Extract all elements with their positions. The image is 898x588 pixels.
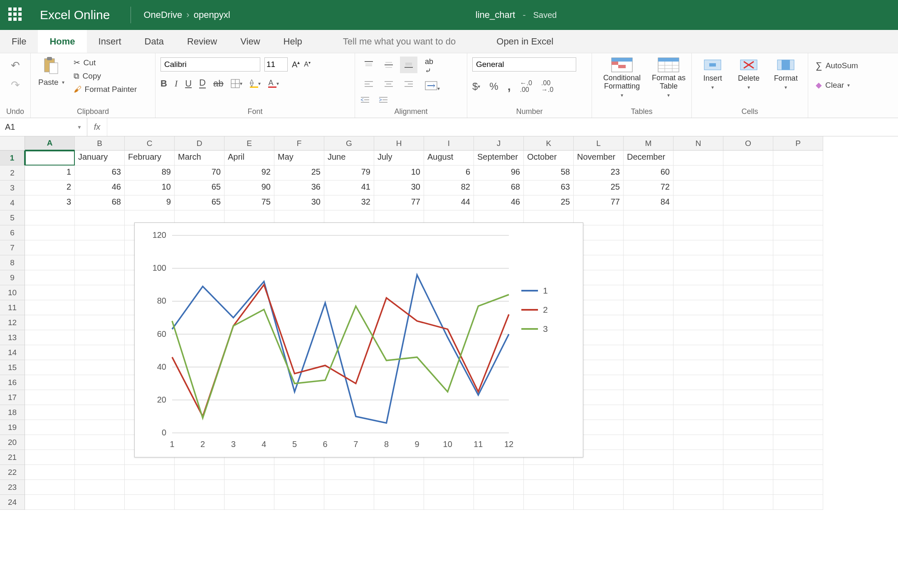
cell[interactable] xyxy=(25,450,75,465)
cell[interactable] xyxy=(773,375,823,390)
col-header-E[interactable]: E xyxy=(224,136,274,151)
cell[interactable] xyxy=(674,255,723,270)
row-header-21[interactable]: 21 xyxy=(0,450,25,465)
cell[interactable] xyxy=(723,420,773,435)
cell[interactable]: 32 xyxy=(324,195,374,210)
cell[interactable]: 75 xyxy=(224,195,274,210)
align-top-icon[interactable] xyxy=(360,57,377,73)
cell[interactable] xyxy=(75,420,125,435)
row-header-12[interactable]: 12 xyxy=(0,315,25,330)
cell[interactable] xyxy=(773,465,823,480)
cell[interactable] xyxy=(75,300,125,315)
merge-button[interactable]: ▾ xyxy=(425,81,440,92)
cell[interactable]: 44 xyxy=(424,195,474,210)
cell[interactable]: 89 xyxy=(125,166,175,180)
cell[interactable] xyxy=(75,435,125,450)
cell[interactable]: 63 xyxy=(75,166,125,180)
menu-data[interactable]: Data xyxy=(133,30,175,53)
cell[interactable] xyxy=(25,405,75,420)
cell[interactable]: June xyxy=(324,151,374,166)
cell[interactable] xyxy=(25,435,75,450)
cell[interactable] xyxy=(773,210,823,225)
format-painter-button[interactable]: 🖌Format Painter xyxy=(71,84,140,95)
cell[interactable] xyxy=(574,465,624,480)
cell[interactable] xyxy=(674,375,723,390)
cell[interactable] xyxy=(723,315,773,330)
breadcrumb-root[interactable]: OneDrive xyxy=(143,10,182,20)
cell[interactable] xyxy=(674,345,723,360)
row-header-8[interactable]: 8 xyxy=(0,255,25,270)
cell[interactable] xyxy=(674,225,723,240)
row-header-1[interactable]: 1 xyxy=(0,151,25,166)
cell[interactable]: 10 xyxy=(374,166,424,180)
cell[interactable]: 2 xyxy=(25,180,75,195)
cell[interactable] xyxy=(25,345,75,360)
cell[interactable] xyxy=(25,240,75,255)
cell[interactable] xyxy=(274,465,324,480)
cell[interactable] xyxy=(624,300,674,315)
cell[interactable] xyxy=(324,480,374,495)
cell[interactable] xyxy=(474,465,524,480)
row-headers[interactable]: 123456789101112131415161718192021222324 xyxy=(0,151,25,510)
cell[interactable]: 65 xyxy=(175,195,224,210)
increase-decimal-icon[interactable]: ←.0.00 xyxy=(520,80,532,93)
cell[interactable]: 3 xyxy=(25,195,75,210)
cell[interactable] xyxy=(773,345,823,360)
cell[interactable] xyxy=(374,465,424,480)
cell[interactable] xyxy=(674,465,723,480)
chevron-down-icon[interactable]: ▼ xyxy=(77,124,82,130)
col-header-M[interactable]: M xyxy=(624,136,674,151)
cell[interactable]: 68 xyxy=(474,180,524,195)
cell[interactable] xyxy=(723,495,773,510)
breadcrumb-leaf[interactable]: openpyxl xyxy=(194,10,230,20)
cell[interactable] xyxy=(674,495,723,510)
cell[interactable] xyxy=(175,465,224,480)
cell[interactable] xyxy=(75,390,125,405)
paste-icon[interactable] xyxy=(42,56,61,75)
cell[interactable] xyxy=(773,390,823,405)
cell[interactable] xyxy=(674,360,723,375)
col-header-O[interactable]: O xyxy=(723,136,773,151)
col-header-G[interactable]: G xyxy=(324,136,374,151)
fx-icon[interactable]: fx xyxy=(87,118,107,136)
open-in-excel[interactable]: Open in Excel xyxy=(485,30,565,53)
cell[interactable] xyxy=(25,225,75,240)
cell[interactable] xyxy=(25,210,75,225)
cell[interactable]: July xyxy=(374,151,424,166)
cell[interactable] xyxy=(624,390,674,405)
cell[interactable] xyxy=(723,285,773,300)
cell[interactable] xyxy=(25,360,75,375)
cell[interactable] xyxy=(624,435,674,450)
cell[interactable] xyxy=(75,345,125,360)
menu-home[interactable]: Home xyxy=(38,30,86,53)
cell[interactable] xyxy=(723,465,773,480)
cell[interactable] xyxy=(723,390,773,405)
cell[interactable] xyxy=(773,255,823,270)
cell[interactable] xyxy=(773,450,823,465)
cell[interactable] xyxy=(723,480,773,495)
cell[interactable] xyxy=(624,450,674,465)
align-center-icon[interactable] xyxy=(380,76,397,92)
cell[interactable] xyxy=(674,240,723,255)
cell[interactable]: 46 xyxy=(474,195,524,210)
row-header-16[interactable]: 16 xyxy=(0,375,25,390)
cell[interactable] xyxy=(624,345,674,360)
cell[interactable] xyxy=(125,480,175,495)
cell[interactable] xyxy=(624,240,674,255)
row-header-23[interactable]: 23 xyxy=(0,480,25,495)
cell[interactable] xyxy=(723,255,773,270)
cell[interactable] xyxy=(75,225,125,240)
row-header-6[interactable]: 6 xyxy=(0,225,25,240)
spreadsheet-grid[interactable]: ABCDEFGHIJKLMNOP 12345678910111213141516… xyxy=(0,136,898,573)
cell[interactable] xyxy=(224,495,274,510)
cell[interactable]: 60 xyxy=(624,166,674,180)
cell[interactable] xyxy=(25,255,75,270)
cell[interactable] xyxy=(674,330,723,345)
line-chart[interactable]: 020406080100120123456789101112123 xyxy=(134,222,583,457)
cell[interactable] xyxy=(674,390,723,405)
cell[interactable]: 6 xyxy=(424,166,474,180)
format-cells-button[interactable]: Format▾ xyxy=(774,57,798,90)
cell[interactable] xyxy=(674,285,723,300)
cell[interactable] xyxy=(75,315,125,330)
formula-input[interactable] xyxy=(107,118,898,136)
